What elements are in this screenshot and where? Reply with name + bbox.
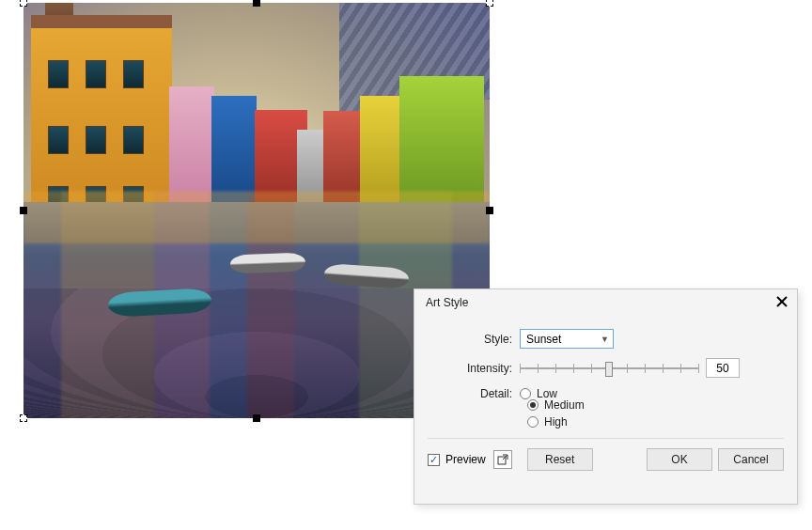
detail-label: Detail: xyxy=(428,387,520,400)
chevron-down-icon: ▼ xyxy=(601,335,609,344)
detail-radio-medium[interactable] xyxy=(527,399,539,411)
style-dropdown-value: Sunset xyxy=(526,333,561,346)
dialog-title: Art Style xyxy=(426,296,468,309)
preview-label: Preview xyxy=(445,453,486,466)
selection-handle-e[interactable] xyxy=(486,207,493,214)
selection-handle-nw[interactable] xyxy=(20,0,27,7)
art-style-dialog: Art Style Style: Sunset ▼ Intensity: xyxy=(414,288,798,505)
reset-button[interactable]: Reset xyxy=(527,448,593,471)
selection-handle-n[interactable] xyxy=(253,0,260,7)
selection-handle-s[interactable] xyxy=(253,414,260,422)
detail-label-high: High xyxy=(544,415,568,429)
intensity-input[interactable] xyxy=(706,358,740,378)
selection-handle-w[interactable] xyxy=(20,207,27,214)
close-icon[interactable] xyxy=(776,295,788,310)
detail-label-medium: Medium xyxy=(544,398,585,412)
preview-checkbox[interactable]: ✓ xyxy=(428,454,440,466)
intensity-label: Intensity: xyxy=(428,362,520,375)
style-label: Style: xyxy=(428,333,520,346)
detail-radio-high[interactable] xyxy=(527,416,539,428)
style-dropdown[interactable]: Sunset ▼ xyxy=(520,329,614,349)
cancel-button[interactable]: Cancel xyxy=(718,448,784,471)
intensity-slider[interactable] xyxy=(520,359,698,378)
selection-handle-ne[interactable] xyxy=(486,0,493,7)
selection-handle-sw[interactable] xyxy=(20,414,27,422)
ok-button[interactable]: OK xyxy=(647,448,712,471)
popout-icon[interactable] xyxy=(493,450,512,469)
boat-white-small xyxy=(230,253,306,274)
slider-thumb[interactable] xyxy=(605,362,613,377)
